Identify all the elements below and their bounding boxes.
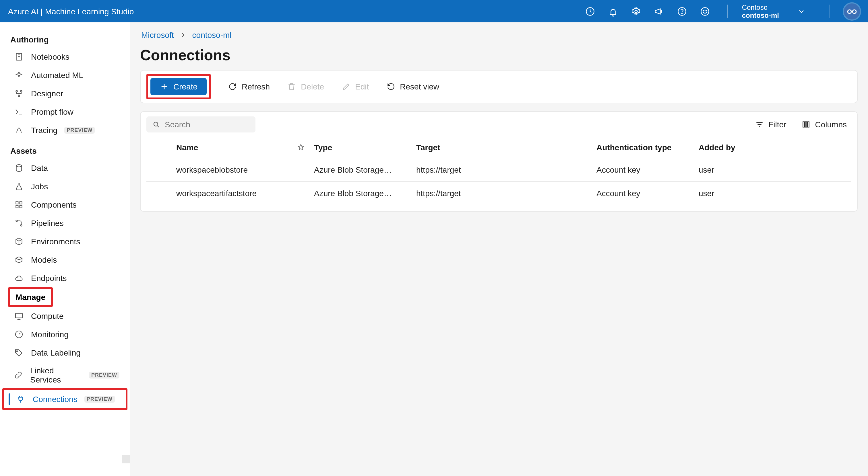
tracing-icon: [14, 125, 24, 135]
reset-button[interactable]: Reset view: [383, 80, 443, 94]
sidebar-item-models[interactable]: Models: [2, 250, 127, 269]
sidebar-item-label: Compute: [31, 311, 64, 320]
sidebar-section-authoring: Authoring: [2, 28, 127, 47]
sidebar-item-monitoring[interactable]: Monitoring: [2, 325, 127, 343]
terminal-icon: [14, 107, 24, 117]
sidebar-item-label: Designer: [31, 89, 63, 98]
svg-rect-22: [803, 122, 804, 127]
sidebar-item-label: Notebooks: [31, 52, 69, 61]
sidebar-item-environments[interactable]: Environments: [2, 232, 127, 250]
sidebar-item-notebooks[interactable]: Notebooks: [2, 47, 127, 66]
reset-icon: [386, 82, 395, 91]
bell-icon[interactable]: [608, 6, 619, 16]
trash-icon: [287, 82, 296, 91]
sidebar-item-label: Linked Services: [30, 366, 82, 384]
highlight-create: Create: [146, 74, 211, 99]
cell-name[interactable]: workspaceblobstore: [172, 158, 292, 181]
sidebar-item-datalabeling[interactable]: Data Labeling: [2, 343, 127, 362]
delete-label: Delete: [301, 82, 324, 91]
preview-badge: PREVIEW: [89, 372, 119, 378]
toolbar: Create Refresh Delete Edit Reset: [140, 70, 858, 103]
sidebar-item-label: Data: [31, 164, 48, 173]
table-row[interactable]: workspaceartifactstore Azure Blob Storag…: [146, 181, 851, 205]
col-target[interactable]: Target: [412, 137, 592, 158]
col-auth[interactable]: Authentication type: [592, 137, 694, 158]
notebook-icon: [14, 52, 24, 62]
row-select[interactable]: [146, 158, 172, 181]
sidebar-section-manage: Manage: [10, 289, 51, 305]
grid-icon: [14, 200, 24, 210]
svg-point-11: [17, 165, 22, 167]
avatar[interactable]: OO: [844, 3, 860, 19]
svg-point-4: [701, 7, 709, 15]
columns-label: Columns: [815, 120, 847, 129]
svg-rect-13: [20, 202, 22, 204]
refresh-button[interactable]: Refresh: [224, 80, 273, 94]
flow-icon: [14, 88, 24, 99]
clock-icon[interactable]: [585, 6, 596, 16]
gear-icon[interactable]: [631, 6, 642, 16]
plus-icon: [160, 82, 169, 91]
plug-icon: [16, 394, 26, 404]
search-input[interactable]: [165, 120, 250, 129]
cell-star[interactable]: [292, 158, 309, 181]
svg-rect-12: [16, 202, 18, 204]
sidebar-item-label: Endpoints: [31, 274, 67, 283]
col-name[interactable]: Name: [172, 137, 292, 158]
breadcrumb-workspace[interactable]: contoso-ml: [192, 30, 231, 40]
create-label: Create: [174, 82, 197, 91]
cell-star[interactable]: [292, 181, 309, 205]
scroll-indicator: [122, 455, 130, 464]
megaphone-icon[interactable]: [654, 6, 664, 16]
svg-point-17: [20, 225, 22, 226]
help-icon[interactable]: [677, 6, 687, 16]
workspace-switcher-label[interactable]: Contoso contoso-ml: [742, 3, 779, 19]
search-icon: [152, 121, 160, 129]
divider: [727, 4, 728, 18]
highlight-manage: Manage: [8, 287, 53, 307]
sidebar-item-components[interactable]: Components: [2, 196, 127, 214]
row-select[interactable]: [146, 181, 172, 205]
page-title: Connections: [140, 46, 858, 64]
table-row[interactable]: workspaceblobstore Azure Blob Storage… h…: [146, 158, 851, 181]
svg-point-3: [682, 13, 682, 13]
gauge-icon: [14, 329, 24, 340]
svg-point-10: [18, 95, 20, 96]
preview-badge: PREVIEW: [84, 396, 115, 403]
sidebar-item-promptflow[interactable]: Prompt flow: [2, 103, 127, 121]
sidebar-section-assets: Assets: [2, 139, 127, 159]
sidebar-item-jobs[interactable]: Jobs: [2, 177, 127, 196]
sidebar-item-data[interactable]: Data: [2, 159, 127, 177]
cell-name[interactable]: workspaceartifactstore: [172, 181, 292, 205]
sidebar-item-endpoints[interactable]: Endpoints: [2, 269, 127, 287]
col-type[interactable]: Type: [309, 137, 412, 158]
col-added[interactable]: Added by: [694, 137, 851, 158]
sidebar-item-label: Environments: [31, 237, 80, 246]
sidebar-item-connections[interactable]: Connections PREVIEW: [4, 390, 126, 408]
sidebar-item-automl[interactable]: Automated ML: [2, 66, 127, 84]
sidebar-item-tracing[interactable]: Tracing PREVIEW: [2, 121, 127, 139]
main-content: Microsoft contoso-ml Connections Create …: [130, 22, 868, 476]
sidebar-item-pipelines[interactable]: Pipelines: [2, 214, 127, 232]
edit-button: Edit: [338, 80, 372, 94]
select-all-header[interactable]: [146, 137, 172, 158]
sidebar-item-linkedservices[interactable]: Linked Services PREVIEW: [2, 362, 127, 388]
cell-target: https://target: [412, 158, 592, 181]
monitor-icon: [14, 311, 24, 321]
breadcrumb-root[interactable]: Microsoft: [141, 30, 174, 40]
filter-button[interactable]: Filter: [750, 117, 791, 131]
cell-added: user: [694, 181, 851, 205]
refresh-label: Refresh: [242, 82, 270, 91]
svg-point-9: [20, 90, 22, 92]
col-star[interactable]: [292, 137, 309, 158]
create-button[interactable]: Create: [150, 78, 207, 95]
sidebar-item-label: Pipelines: [31, 218, 64, 228]
smiley-icon[interactable]: [700, 6, 710, 16]
columns-button[interactable]: Columns: [797, 117, 851, 131]
chevron-down-icon[interactable]: [797, 7, 805, 15]
sidebar-item-compute[interactable]: Compute: [2, 307, 127, 325]
sidebar-item-designer[interactable]: Designer: [2, 84, 127, 103]
search-box[interactable]: [146, 116, 255, 133]
sidebar-item-label: Tracing: [31, 126, 57, 135]
box-icon: [14, 254, 24, 265]
